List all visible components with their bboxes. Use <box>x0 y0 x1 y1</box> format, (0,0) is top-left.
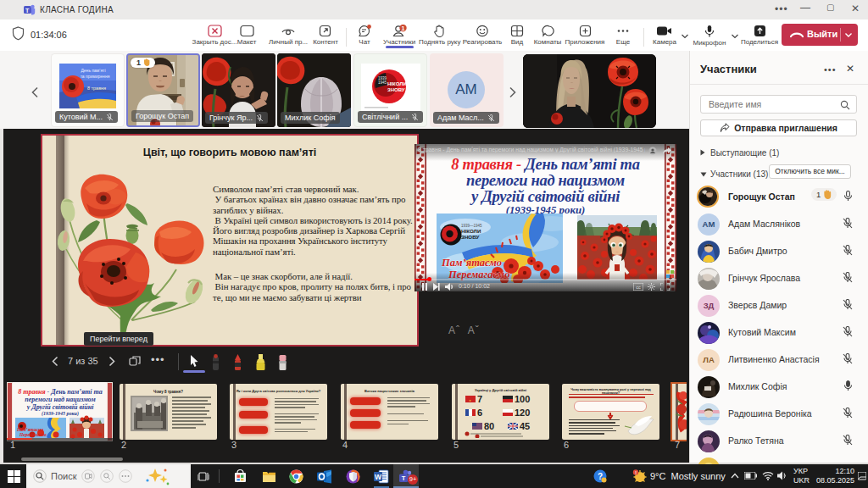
svg-text:8 травня: 8 травня <box>87 86 106 91</box>
svg-text:перемоги над нацизмом: перемоги над нацизмом <box>25 396 96 403</box>
svg-text:100: 100 <box>515 394 530 404</box>
svg-text:День памʼяті: День памʼяті <box>81 68 105 73</box>
svg-text:cc: cc <box>636 285 641 290</box>
svg-text:Памʼятаємо: Памʼятаємо <box>441 257 502 269</box>
svg-text:T: T <box>25 8 30 14</box>
svg-text:та примирення: та примирення <box>81 74 110 79</box>
svg-text:80: 80 <box>484 421 494 431</box>
svg-text:45: 45 <box>520 421 530 431</box>
svg-text:★: ★ <box>469 399 471 402</box>
svg-text:7: 7 <box>477 394 482 404</box>
svg-text:8 травня - День памʼяті та: 8 травня - День памʼяті та <box>18 388 103 396</box>
svg-text:W: W <box>375 473 382 481</box>
svg-text:ЗНОВУ: ЗНОВУ <box>461 234 479 240</box>
svg-text:6: 6 <box>477 408 482 418</box>
svg-text:T: T <box>402 474 406 482</box>
svg-text:НІКОЛИ: НІКОЛИ <box>461 228 481 234</box>
svg-text:1: 1 <box>402 25 405 31</box>
svg-text:Перемагаємо: Перемагаємо <box>19 432 47 437</box>
svg-text:1945: 1945 <box>378 80 387 85</box>
svg-text:(1939-1945 роки): (1939-1945 роки) <box>42 411 79 417</box>
svg-text:ЗНОВУ: ЗНОВУ <box>387 87 405 92</box>
svg-text:у Другій світовій війні: у Другій світовій війні <box>26 403 94 411</box>
svg-text:НІКОЛИ: НІКОЛИ <box>387 81 407 86</box>
svg-text:120: 120 <box>515 408 530 418</box>
svg-text:1939—1945: 1939—1945 <box>461 224 482 228</box>
